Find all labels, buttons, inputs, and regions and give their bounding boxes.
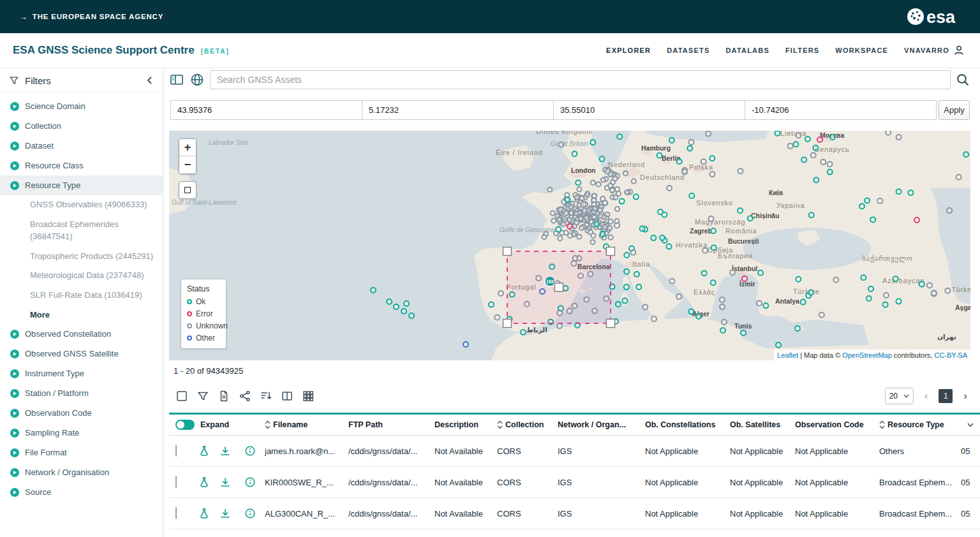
download-action[interactable] [215, 476, 235, 488]
station-marker-ok[interactable] [556, 227, 561, 232]
station-marker-unknown[interactable] [720, 304, 725, 309]
station-marker-unknown[interactable] [575, 195, 579, 200]
station-marker-unknown[interactable] [551, 211, 555, 216]
station-marker-ok[interactable] [624, 284, 629, 290]
station-marker-unknown[interactable] [615, 207, 620, 211]
station-marker-unknown[interactable] [614, 223, 620, 228]
station-marker-unknown[interactable] [689, 140, 694, 145]
station-marker-unknown[interactable] [610, 188, 614, 193]
station-marker-unknown[interactable] [608, 235, 612, 240]
current-page-button[interactable]: 1 [939, 389, 953, 403]
station-marker-unknown[interactable] [592, 215, 597, 219]
station-marker-ok[interactable] [489, 302, 494, 307]
sidebar-item-science-domain[interactable]: Science Domain [0, 96, 163, 116]
station-marker-unknown[interactable] [558, 142, 563, 147]
sort-carets-icon[interactable] [497, 420, 503, 429]
station-marker-ok[interactable] [617, 134, 622, 139]
station-marker-unknown[interactable] [593, 206, 597, 210]
column-header-collection[interactable]: Collection [497, 420, 558, 429]
station-marker-unknown[interactable] [642, 305, 648, 310]
nav-filters[interactable]: FILTERS [785, 47, 819, 54]
station-marker-unknown[interactable] [598, 208, 602, 212]
grid-view-icon[interactable] [302, 390, 315, 402]
station-marker-unknown[interactable] [701, 159, 706, 164]
station-marker-unknown[interactable] [564, 230, 568, 235]
station-marker-unknown[interactable] [591, 240, 595, 244]
station-marker-unknown[interactable] [605, 212, 610, 217]
station-marker-ok[interactable] [748, 216, 753, 221]
station-marker-error[interactable] [817, 137, 822, 142]
station-marker-unknown[interactable] [557, 217, 561, 221]
station-marker-ok[interactable] [624, 253, 629, 258]
row-checkbox[interactable] [175, 445, 177, 457]
station-marker-unknown[interactable] [574, 211, 579, 216]
station-marker-unknown[interactable] [682, 170, 687, 175]
sidebar-item-sampling-rate[interactable]: Sampling Rate [0, 423, 163, 443]
column-header-description[interactable]: Description [434, 420, 497, 429]
station-marker-ok[interactable] [866, 296, 872, 301]
station-marker-unknown[interactable] [932, 290, 937, 295]
station-marker-unknown[interactable] [625, 190, 629, 195]
sort-carets-icon[interactable] [879, 420, 885, 429]
sidebar-item-observed-constellation[interactable]: Observed Constellation [0, 324, 163, 344]
station-marker-unknown[interactable] [788, 143, 793, 149]
station-marker-ok[interactable] [830, 135, 835, 140]
bbox-south-field[interactable] [553, 100, 745, 120]
leaflet-link[interactable]: Leaflet [777, 351, 798, 359]
station-marker-ok[interactable] [687, 146, 692, 151]
station-marker-unknown[interactable] [896, 135, 902, 140]
column-header-ob-satellites[interactable]: Ob. Satellites [730, 420, 795, 429]
station-marker-ok[interactable] [634, 272, 639, 277]
sidebar-subitem-tropospheric-products[interactable]: Tropospheric Products (2445291) [0, 247, 163, 267]
station-marker-ok[interactable] [590, 140, 595, 145]
station-marker-ok[interactable] [409, 313, 414, 318]
station-marker-unknown[interactable] [956, 175, 961, 180]
station-marker-ok[interactable] [868, 286, 873, 291]
station-marker-ok[interactable] [801, 300, 806, 305]
station-marker-unknown[interactable] [828, 162, 833, 167]
next-page-button[interactable]: › [961, 390, 970, 402]
station-marker-ok[interactable] [896, 189, 902, 195]
station-marker-unknown[interactable] [605, 169, 610, 174]
station-marker-ok[interactable] [616, 302, 621, 307]
map[interactable]: Labrador SeaGulf of Saint-LawrenceUnited… [169, 131, 970, 360]
station-marker-ok[interactable] [775, 131, 780, 136]
station-marker-ok[interactable] [711, 280, 716, 285]
station-marker-ok[interactable] [813, 145, 818, 151]
map-canvas[interactable]: Labrador SeaGulf of Saint-LawrenceUnited… [169, 131, 970, 360]
station-marker-unknown[interactable] [558, 236, 562, 240]
station-marker-ok[interactable] [865, 198, 870, 203]
station-marker-ok[interactable] [521, 330, 526, 335]
station-marker-unknown[interactable] [584, 216, 588, 220]
station-marker-ok[interactable] [636, 284, 641, 290]
sidebar-collapse-button[interactable] [145, 76, 154, 85]
station-marker-unknown[interactable] [676, 294, 681, 299]
sidebar-item-dataset[interactable]: Dataset [0, 136, 163, 156]
bbox-east-field[interactable] [362, 100, 554, 120]
sidebar-item-source[interactable]: Source [0, 482, 163, 502]
station-marker-ok[interactable] [572, 151, 577, 156]
search-input[interactable] [210, 70, 951, 89]
station-marker-unknown[interactable] [596, 182, 600, 186]
sidebar-item-instrument-type[interactable]: Instrument Type [0, 364, 163, 383]
station-marker-ok[interactable] [696, 314, 701, 319]
station-marker-ok[interactable] [667, 244, 672, 249]
download-action[interactable] [215, 445, 235, 457]
sidebar-item-collection[interactable]: Collection [0, 116, 163, 136]
station-marker-unknown[interactable] [592, 193, 597, 198]
station-marker-ok[interactable] [387, 299, 392, 304]
station-marker-ok[interactable] [795, 326, 800, 331]
station-marker-unknown[interactable] [833, 277, 838, 283]
station-marker-unknown[interactable] [667, 186, 672, 191]
station-marker-unknown[interactable] [494, 315, 500, 320]
sidebar-subitem-gnss-observables[interactable]: GNSS Observables (49066333) [0, 195, 163, 215]
station-marker-unknown[interactable] [591, 180, 595, 185]
station-marker-ok[interactable] [622, 298, 627, 304]
filter-icon[interactable] [197, 390, 209, 402]
zoom-out-button[interactable]: − [179, 156, 196, 173]
bbox-north-field[interactable] [170, 100, 362, 120]
station-marker-error[interactable] [567, 224, 572, 229]
station-marker-unknown[interactable] [569, 211, 574, 216]
station-marker-ok[interactable] [741, 330, 746, 335]
globe-view-button[interactable] [189, 72, 205, 87]
